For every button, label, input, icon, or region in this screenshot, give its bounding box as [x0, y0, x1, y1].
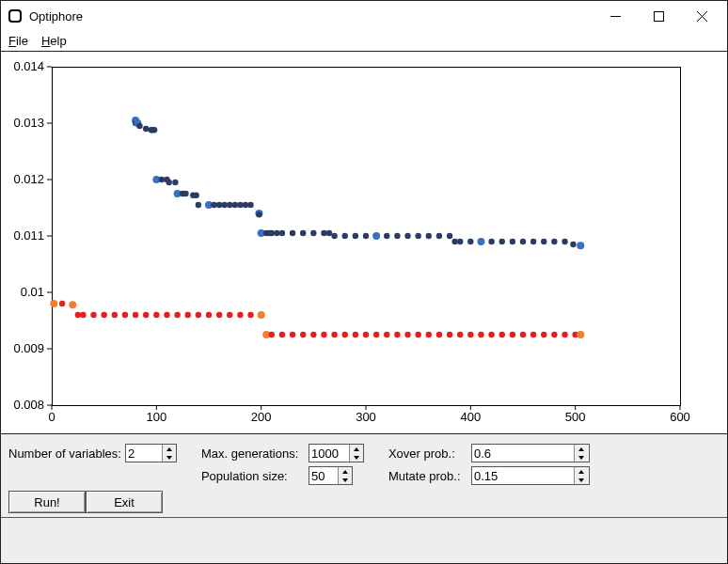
controls-panel: Number of variables: Max. generations: P… [1, 434, 727, 517]
titlebar: Optiphore [1, 1, 727, 31]
chevron-down-icon[interactable] [350, 453, 363, 462]
mutate-input[interactable] [472, 467, 574, 484]
svg-marker-11 [578, 456, 584, 460]
exit-button[interactable]: Exit [86, 491, 163, 513]
mutate-label: Mutate prob.: [388, 469, 467, 483]
num-vars-spinner[interactable] [125, 444, 177, 462]
mutate-spinner[interactable] [471, 466, 590, 485]
chevron-up-icon[interactable] [339, 467, 352, 476]
app-icon [8, 9, 22, 23]
status-bar [1, 517, 727, 534]
max-gen-input[interactable] [309, 445, 349, 462]
svg-marker-9 [342, 478, 348, 482]
svg-marker-5 [166, 456, 172, 460]
svg-marker-8 [342, 470, 348, 474]
svg-marker-7 [354, 456, 359, 460]
svg-marker-6 [354, 447, 359, 451]
menu-file[interactable]: File [8, 34, 28, 48]
svg-marker-13 [578, 478, 584, 482]
chevron-down-icon[interactable] [163, 453, 176, 462]
window-title: Optiphore [29, 9, 593, 24]
chevron-up-icon[interactable] [575, 445, 588, 453]
svg-marker-12 [578, 470, 584, 474]
plot-area [1, 52, 727, 434]
xover-spinner[interactable] [471, 444, 590, 462]
xover-label: Xover prob.: [388, 446, 467, 461]
run-button[interactable]: Run! [8, 491, 86, 513]
num-vars-label: Number of variables: [8, 446, 121, 461]
chevron-down-icon[interactable] [575, 453, 588, 462]
chevron-up-icon[interactable] [163, 445, 176, 453]
chevron-down-icon[interactable] [575, 476, 588, 484]
minimize-button[interactable] [593, 2, 637, 30]
svg-marker-4 [166, 447, 172, 451]
menubar: File Help [1, 31, 727, 52]
close-button[interactable] [680, 2, 723, 30]
svg-rect-1 [654, 11, 663, 21]
svg-marker-10 [578, 447, 584, 451]
chevron-down-icon[interactable] [339, 476, 352, 484]
window-controls [593, 2, 723, 30]
pop-size-spinner[interactable] [309, 466, 353, 485]
max-gen-spinner[interactable] [309, 444, 364, 462]
pop-size-input[interactable] [309, 467, 338, 484]
num-vars-input[interactable] [126, 445, 162, 462]
client-area: Number of variables: Max. generations: P… [1, 52, 727, 563]
chevron-up-icon[interactable] [575, 467, 588, 476]
xover-input[interactable] [472, 445, 574, 462]
app-window: Optiphore File Help Number of variables: [0, 0, 728, 564]
convergence-chart [1, 57, 697, 433]
max-gen-label: Max. generations: [201, 446, 305, 461]
chevron-up-icon[interactable] [350, 445, 363, 453]
maximize-button[interactable] [637, 2, 680, 30]
pop-size-label: Population size: [201, 469, 305, 483]
menu-help[interactable]: Help [41, 34, 67, 48]
